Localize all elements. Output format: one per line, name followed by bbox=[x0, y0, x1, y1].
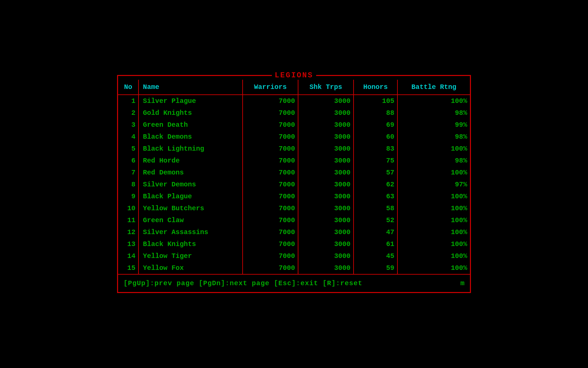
legions-table: No Name Warriors Shk Trps Honors Battle … bbox=[118, 80, 470, 274]
table-cell: 3000 bbox=[298, 179, 354, 190]
table-cell: 100% bbox=[397, 238, 470, 250]
table-cell: 2 bbox=[118, 107, 138, 119]
table-row: 8Silver Demons700030006297% bbox=[118, 179, 470, 190]
table-cell: Gold Knights bbox=[138, 107, 243, 119]
table-cell: 7000 bbox=[243, 131, 298, 143]
table-cell: 75 bbox=[354, 155, 397, 167]
table-cell: 12 bbox=[118, 226, 138, 238]
table-cell: 62 bbox=[354, 179, 397, 190]
table-row: 6Red Horde700030007598% bbox=[118, 155, 470, 167]
table-cell: 59 bbox=[354, 262, 397, 274]
table-cell: Yellow Fox bbox=[138, 262, 243, 274]
table-cell: Black Demons bbox=[138, 131, 243, 143]
table-cell: 45 bbox=[354, 250, 397, 262]
table-cell: 100% bbox=[397, 214, 470, 226]
table-cell: 7000 bbox=[243, 214, 298, 226]
table-cell: Red Demons bbox=[138, 167, 243, 179]
table-cell: 100% bbox=[397, 190, 470, 202]
table-cell: Silver Assassins bbox=[138, 226, 243, 238]
table-cell: 13 bbox=[118, 238, 138, 250]
col-shk-trps: Shk Trps bbox=[298, 80, 354, 95]
table-cell: Yellow Butchers bbox=[138, 202, 243, 214]
table-cell: 100% bbox=[397, 262, 470, 274]
table-cell: 88 bbox=[354, 107, 397, 119]
table-cell: 98% bbox=[397, 131, 470, 143]
table-cell: 3000 bbox=[298, 107, 354, 119]
table-cell: 3000 bbox=[298, 226, 354, 238]
table-cell: 3000 bbox=[298, 250, 354, 262]
col-name: Name bbox=[138, 80, 243, 95]
table-cell: 7000 bbox=[243, 95, 298, 107]
table-cell: 100% bbox=[397, 250, 470, 262]
table-cell: Black Plague bbox=[138, 190, 243, 202]
table-cell: Silver Plague bbox=[138, 95, 243, 107]
footer-area: [PgUp]:prev page [PgDn]:next page [Esc]:… bbox=[118, 274, 470, 292]
table-cell: 7000 bbox=[243, 226, 298, 238]
table-cell: 60 bbox=[354, 131, 397, 143]
table-cell: 3000 bbox=[298, 155, 354, 167]
table-cell: 3000 bbox=[298, 202, 354, 214]
table-cell: 3000 bbox=[298, 131, 354, 143]
table-cell: 61 bbox=[354, 238, 397, 250]
table-cell: 1 bbox=[118, 95, 138, 107]
table-header-row: No Name Warriors Shk Trps Honors Battle … bbox=[118, 80, 470, 95]
table-cell: 6 bbox=[118, 155, 138, 167]
table-cell: 97% bbox=[397, 179, 470, 190]
table-cell: 52 bbox=[354, 214, 397, 226]
table-row: 10Yellow Butchers7000300058100% bbox=[118, 202, 470, 214]
footer-m-label: m bbox=[460, 279, 464, 287]
table-row: 2Gold Knights700030008898% bbox=[118, 107, 470, 119]
table-row: 3Green Death700030006999% bbox=[118, 119, 470, 131]
table-cell: 3000 bbox=[298, 95, 354, 107]
table-cell: 11 bbox=[118, 214, 138, 226]
table-cell: 7000 bbox=[243, 202, 298, 214]
table-cell: 10 bbox=[118, 202, 138, 214]
table-cell: 100% bbox=[397, 95, 470, 107]
table-cell: 7000 bbox=[243, 179, 298, 190]
table-cell: 5 bbox=[118, 143, 138, 155]
table-cell: 83 bbox=[354, 143, 397, 155]
table-cell: 7000 bbox=[243, 167, 298, 179]
table-cell: Black Lightning bbox=[138, 143, 243, 155]
table-row: 12Silver Assassins7000300047100% bbox=[118, 226, 470, 238]
table-cell: 8 bbox=[118, 179, 138, 190]
table-cell: Silver Demons bbox=[138, 179, 243, 190]
table-cell: 99% bbox=[397, 119, 470, 131]
table-cell: 98% bbox=[397, 107, 470, 119]
table-cell: 3000 bbox=[298, 238, 354, 250]
table-cell: 7000 bbox=[243, 143, 298, 155]
table-cell: 7000 bbox=[243, 262, 298, 274]
table-row: 9Black Plague7000300063100% bbox=[118, 190, 470, 202]
title-bar: LEGIONS bbox=[118, 71, 470, 80]
table-cell: Green Death bbox=[138, 119, 243, 131]
table-row: 11Green Claw7000300052100% bbox=[118, 214, 470, 226]
table-row: 14Yellow Tiger7000300045100% bbox=[118, 250, 470, 262]
panel-title: LEGIONS bbox=[272, 71, 316, 80]
table-cell: 57 bbox=[354, 167, 397, 179]
table-cell: 3000 bbox=[298, 167, 354, 179]
table-cell: 69 bbox=[354, 119, 397, 131]
table-row: 5Black Lightning7000300083100% bbox=[118, 143, 470, 155]
table-cell: 3000 bbox=[298, 143, 354, 155]
table-row: 7Red Demons7000300057100% bbox=[118, 167, 470, 179]
table-cell: 3000 bbox=[298, 190, 354, 202]
table-cell: 3000 bbox=[298, 262, 354, 274]
table-row: 15Yellow Fox7000300059100% bbox=[118, 262, 470, 274]
table-cell: 14 bbox=[118, 250, 138, 262]
table-row: 4Black Demons700030006098% bbox=[118, 131, 470, 143]
table-cell: 3 bbox=[118, 119, 138, 131]
legions-panel: LEGIONS No Name Warriors Shk Trps Honors… bbox=[117, 75, 471, 293]
table-cell: 9 bbox=[118, 190, 138, 202]
table-cell: Red Horde bbox=[138, 155, 243, 167]
table-row: 13Black Knights7000300061100% bbox=[118, 238, 470, 250]
table-cell: 100% bbox=[397, 143, 470, 155]
table-cell: Yellow Tiger bbox=[138, 250, 243, 262]
table-cell: 7000 bbox=[243, 238, 298, 250]
table-row: 1Silver Plague70003000105100% bbox=[118, 95, 470, 107]
table-cell: 7000 bbox=[243, 250, 298, 262]
col-honors: Honors bbox=[354, 80, 397, 95]
table-cell: 47 bbox=[354, 226, 397, 238]
table-cell: 3000 bbox=[298, 119, 354, 131]
table-cell: 58 bbox=[354, 202, 397, 214]
table-cell: 100% bbox=[397, 167, 470, 179]
